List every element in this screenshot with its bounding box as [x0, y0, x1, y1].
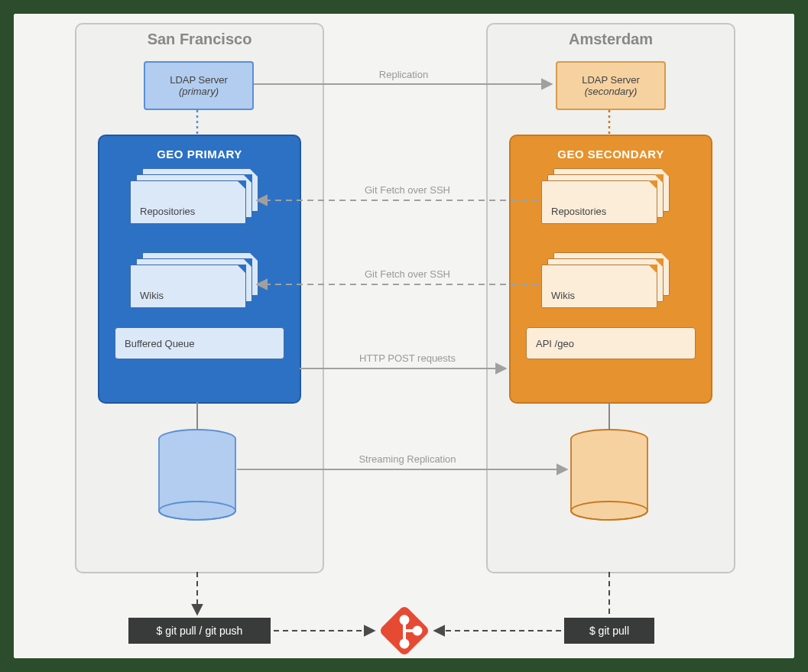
ldap-primary: LDAP Server (primary): [144, 61, 254, 110]
wikis-primary-label: Wikis: [140, 290, 164, 301]
geo-secondary: GEO SECONDARY Repositories Wikis API /ge…: [509, 135, 712, 404]
ldap-primary-name: LDAP Server: [170, 74, 228, 86]
label-gitfetch2: Git Fetch over SSH: [342, 268, 472, 280]
buffered-queue: Buffered Queue: [115, 327, 284, 359]
svg-line-18: [392, 620, 416, 644]
wikis-primary: Wikis: [130, 252, 260, 307]
db-primary-label: PostgreSQL (primary): [155, 465, 239, 486]
svg-point-21: [400, 639, 410, 649]
label-streaming: Streaming Replication: [335, 453, 480, 465]
git-pull-push-bar: $ git pull / git push: [128, 618, 271, 644]
label-gitfetch1: Git Fetch over SSH: [342, 184, 472, 196]
label-replication: Replication: [350, 69, 457, 80]
label-httppost: HTTP POST requests: [342, 352, 472, 364]
svg-point-20: [400, 615, 410, 625]
git-logo-icon: [378, 605, 430, 657]
svg-line-19: [404, 625, 417, 638]
ldap-secondary-name: LDAP Server: [582, 74, 640, 86]
geo-primary-title: GEO PRIMARY: [99, 136, 300, 168]
ldap-primary-role: (primary): [179, 86, 219, 97]
diagram-canvas: San Francisco Amsterdam LDAP Server (pri…: [14, 14, 794, 658]
wikis-secondary-label: Wikis: [551, 290, 575, 301]
repos-secondary: Repositories: [541, 168, 671, 223]
geo-secondary-title: GEO SECONDARY: [511, 136, 711, 168]
ldap-secondary: LDAP Server (secondary): [556, 61, 666, 110]
repos-secondary-label: Repositories: [551, 206, 606, 217]
svg-rect-17: [378, 605, 430, 657]
wikis-secondary: Wikis: [541, 252, 671, 307]
repos-primary-label: Repositories: [140, 206, 195, 217]
geo-primary: GEO PRIMARY Repositories Wikis Buffered …: [98, 135, 301, 404]
git-pull-bar: $ git pull: [564, 618, 654, 644]
api-geo: API /geo: [526, 327, 696, 359]
ldap-secondary-role: (secondary): [585, 86, 638, 97]
region-title-right: Amsterdam: [488, 31, 734, 48]
svg-point-22: [413, 626, 423, 636]
db-secondary-label: PostgreSQL (secondary, read-only): [567, 459, 651, 492]
region-title-left: San Francisco: [76, 31, 323, 48]
repos-primary: Repositories: [130, 168, 260, 223]
